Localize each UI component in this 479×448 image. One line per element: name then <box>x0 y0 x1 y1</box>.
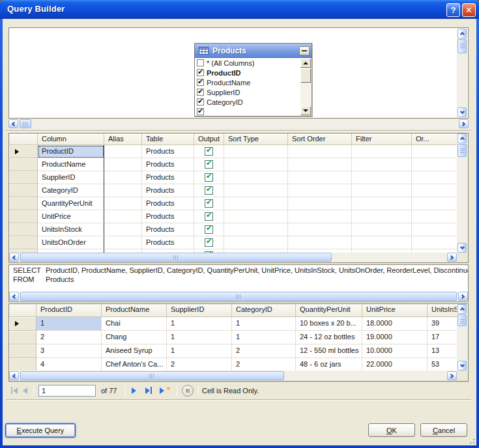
sort-type-cell[interactable] <box>224 236 288 249</box>
sort-order-cell[interactable] <box>288 223 352 236</box>
cancel-button[interactable]: Cancel <box>420 423 467 437</box>
sort-type-cell[interactable] <box>224 223 288 236</box>
cell-unitprice[interactable]: 18.0000 <box>362 317 428 331</box>
row-selector[interactable] <box>9 331 36 344</box>
checkbox-checked[interactable] <box>197 89 204 96</box>
diagram-pane[interactable]: Products * (All Columns) ProductID Produ… <box>8 27 469 119</box>
cell-unitsinstock[interactable]: 39 <box>428 317 457 331</box>
sort-type-cell[interactable] <box>224 197 288 210</box>
or-cell[interactable] <box>412 197 457 210</box>
header-column[interactable]: Column <box>38 133 104 145</box>
filter-cell[interactable] <box>352 236 412 249</box>
titlebar[interactable]: Query Builder ? ✕ <box>0 0 479 19</box>
scroll-left-button[interactable] <box>9 371 19 380</box>
header-quantityperunit[interactable]: QuantityPerUnit <box>296 304 362 316</box>
or-cell[interactable] <box>412 145 457 158</box>
sort-type-cell[interactable] <box>224 184 288 197</box>
cell-categoryid[interactable]: 2 <box>232 344 296 358</box>
filter-cell[interactable] <box>352 145 412 158</box>
column-cell[interactable]: ProductName <box>38 158 104 171</box>
cell-supplierid[interactable]: 1 <box>167 331 232 344</box>
scroll-down-button[interactable] <box>457 243 467 253</box>
scrollbar-thumb[interactable] <box>20 371 284 380</box>
row-selector[interactable] <box>9 197 38 210</box>
scrollbar-thumb[interactable] <box>457 39 467 53</box>
move-last-button[interactable] <box>143 385 154 395</box>
cell-quantityperunit[interactable]: 12 - 550 ml bottles <box>296 344 362 358</box>
output-cell[interactable] <box>194 145 224 158</box>
row-selector[interactable] <box>9 145 38 158</box>
field-row-supplierid[interactable]: SupplierID <box>195 87 312 97</box>
header-or[interactable]: Or... <box>412 133 457 145</box>
filter-cell[interactable] <box>352 171 412 184</box>
table-cell[interactable]: Products <box>142 197 194 210</box>
field-row-productname[interactable]: ProductName <box>195 77 312 87</box>
alias-cell[interactable] <box>104 184 142 197</box>
alias-cell[interactable] <box>104 197 142 210</box>
cell-unitsinstock[interactable]: 17 <box>428 331 457 344</box>
header-table[interactable]: Table <box>142 133 194 145</box>
checkbox-checked[interactable] <box>197 79 204 86</box>
scrollbar-thumb[interactable] <box>300 68 311 83</box>
scrollbar-thumb[interactable] <box>457 315 467 326</box>
ok-button[interactable]: OK <box>368 423 415 437</box>
cell-unitsinstock[interactable]: 13 <box>428 344 457 358</box>
move-first-button[interactable] <box>8 385 20 395</box>
field-row-categoryid[interactable]: CategoryID <box>195 97 312 107</box>
output-checkbox-checked[interactable] <box>205 186 213 195</box>
cell-productname[interactable]: Aniseed Syrup <box>102 344 167 358</box>
or-cell[interactable] <box>412 210 457 223</box>
scroll-right-button[interactable] <box>458 292 468 301</box>
filter-cell[interactable] <box>352 158 412 171</box>
move-next-button[interactable] <box>129 386 139 395</box>
output-checkbox-checked[interactable] <box>205 238 213 247</box>
field-row-clipped[interactable] <box>195 107 312 116</box>
cell-quantityperunit[interactable]: 24 - 12 oz bottles <box>296 331 362 344</box>
column-cell[interactable]: UnitsOnOrder <box>38 236 104 249</box>
record-position-input[interactable]: 1 <box>38 385 96 397</box>
row-selector[interactable] <box>9 210 38 223</box>
or-cell[interactable] <box>412 171 457 184</box>
output-cell[interactable] <box>194 184 224 197</box>
column-cell[interactable]: ProductID <box>38 145 104 158</box>
add-new-record-button[interactable]: ✳ <box>157 386 173 395</box>
filter-cell[interactable] <box>352 223 412 236</box>
row-selector[interactable] <box>9 317 36 331</box>
cell-productname[interactable]: Chai <box>102 317 167 331</box>
row-selector[interactable] <box>9 358 36 372</box>
cell-productname[interactable]: Chang <box>102 331 167 344</box>
sort-order-cell[interactable] <box>288 158 352 171</box>
cell-quantityperunit[interactable]: 10 boxes x 20 b... <box>296 317 362 331</box>
scroll-right-button[interactable] <box>447 253 457 262</box>
sort-order-cell[interactable] <box>288 197 352 210</box>
column-cell[interactable]: UnitsInStock <box>38 223 104 236</box>
header-productname[interactable]: ProductName <box>102 304 167 316</box>
column-cell[interactable]: QuantityPerUnit <box>38 197 104 210</box>
alias-cell[interactable] <box>104 210 142 223</box>
table-cell[interactable]: Products <box>142 210 194 223</box>
cell-unitsinstock[interactable]: 53 <box>428 358 457 372</box>
row-selector[interactable] <box>9 223 38 236</box>
checkbox-unchecked[interactable] <box>197 59 204 66</box>
header-sort-type[interactable]: Sort Type <box>224 133 288 145</box>
output-cell[interactable] <box>194 223 224 236</box>
field-row-all-columns[interactable]: * (All Columns) <box>195 58 312 68</box>
scroll-up-button[interactable] <box>457 29 467 38</box>
sort-order-cell[interactable] <box>288 184 352 197</box>
output-cell[interactable] <box>194 236 224 249</box>
scroll-down-button[interactable] <box>300 106 311 115</box>
header-alias[interactable]: Alias <box>104 133 142 145</box>
or-cell[interactable] <box>412 223 457 236</box>
cell-categoryid[interactable]: 1 <box>232 317 296 331</box>
cell-supplierid[interactable]: 1 <box>167 344 232 358</box>
filter-cell[interactable] <box>352 197 412 210</box>
minimize-table-button[interactable] <box>299 46 310 55</box>
column-cell[interactable]: UnitPrice <box>38 210 104 223</box>
cell-unitprice[interactable]: 10.0000 <box>362 344 428 358</box>
cell-productid[interactable]: 1 <box>36 317 102 331</box>
sort-type-cell[interactable] <box>224 171 288 184</box>
header-sort-order[interactable]: Sort Order <box>288 133 352 145</box>
output-checkbox-checked[interactable] <box>205 160 213 169</box>
output-cell[interactable] <box>194 158 224 171</box>
scroll-right-button[interactable] <box>447 371 457 380</box>
